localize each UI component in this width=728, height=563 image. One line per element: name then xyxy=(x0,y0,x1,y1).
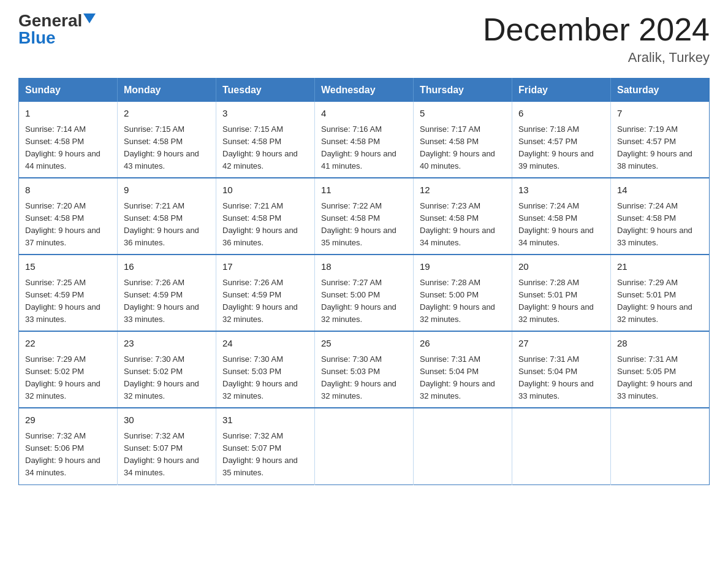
day-info: Sunrise: 7:30 AMSunset: 5:02 PMDaylight:… xyxy=(124,353,210,403)
table-row: 18Sunrise: 7:27 AMSunset: 5:00 PMDayligh… xyxy=(315,255,414,331)
day-number: 3 xyxy=(222,107,308,121)
day-number: 27 xyxy=(518,337,604,351)
day-info: Sunrise: 7:31 AMSunset: 5:04 PMDaylight:… xyxy=(420,353,506,403)
calendar-title: December 2024 xyxy=(483,12,710,47)
calendar-week-row: 15Sunrise: 7:25 AMSunset: 4:59 PMDayligh… xyxy=(19,255,710,331)
day-info: Sunrise: 7:24 AMSunset: 4:58 PMDaylight:… xyxy=(617,200,703,250)
table-row: 8Sunrise: 7:20 AMSunset: 4:58 PMDaylight… xyxy=(19,178,118,255)
table-row: 23Sunrise: 7:30 AMSunset: 5:02 PMDayligh… xyxy=(118,331,216,408)
day-number: 5 xyxy=(420,107,506,121)
header-friday: Friday xyxy=(512,79,611,102)
day-number: 9 xyxy=(124,183,210,197)
table-row: 29Sunrise: 7:32 AMSunset: 5:06 PMDayligh… xyxy=(19,408,118,484)
day-info: Sunrise: 7:21 AMSunset: 4:58 PMDaylight:… xyxy=(124,200,210,250)
table-row: 30Sunrise: 7:32 AMSunset: 5:07 PMDayligh… xyxy=(118,408,216,484)
day-number: 17 xyxy=(222,260,308,274)
table-row: 3Sunrise: 7:15 AMSunset: 4:58 PMDaylight… xyxy=(216,102,315,178)
table-row: 26Sunrise: 7:31 AMSunset: 5:04 PMDayligh… xyxy=(414,331,512,408)
day-number: 23 xyxy=(124,337,210,351)
header-thursday: Thursday xyxy=(414,79,512,102)
day-info: Sunrise: 7:26 AMSunset: 4:59 PMDaylight:… xyxy=(222,277,308,326)
day-info: Sunrise: 7:32 AMSunset: 5:07 PMDaylight:… xyxy=(124,430,210,480)
table-row: 17Sunrise: 7:26 AMSunset: 4:59 PMDayligh… xyxy=(216,255,315,331)
day-number: 29 xyxy=(25,413,111,427)
table-row xyxy=(512,408,611,484)
day-number: 21 xyxy=(617,260,703,274)
day-number: 6 xyxy=(518,107,604,121)
day-number: 22 xyxy=(25,337,111,351)
table-row: 19Sunrise: 7:28 AMSunset: 5:00 PMDayligh… xyxy=(414,255,512,331)
day-number: 28 xyxy=(617,337,703,351)
day-info: Sunrise: 7:17 AMSunset: 4:58 PMDaylight:… xyxy=(420,123,506,173)
header-monday: Monday xyxy=(118,79,216,102)
day-number: 8 xyxy=(25,183,111,197)
logo-blue-text: Blue xyxy=(18,29,56,47)
day-info: Sunrise: 7:22 AMSunset: 4:58 PMDaylight:… xyxy=(321,200,407,250)
calendar-subtitle: Aralik, Turkey xyxy=(483,50,710,66)
table-row: 24Sunrise: 7:30 AMSunset: 5:03 PMDayligh… xyxy=(216,331,315,408)
day-info: Sunrise: 7:24 AMSunset: 4:58 PMDaylight:… xyxy=(518,200,604,250)
page-header: General Blue December 2024 Aralik, Turke… xyxy=(18,12,710,66)
table-row: 10Sunrise: 7:21 AMSunset: 4:58 PMDayligh… xyxy=(216,178,315,255)
table-row: 2Sunrise: 7:15 AMSunset: 4:58 PMDaylight… xyxy=(118,102,216,178)
table-row: 5Sunrise: 7:17 AMSunset: 4:58 PMDaylight… xyxy=(414,102,512,178)
table-row: 15Sunrise: 7:25 AMSunset: 4:59 PMDayligh… xyxy=(19,255,118,331)
table-row: 11Sunrise: 7:22 AMSunset: 4:58 PMDayligh… xyxy=(315,178,414,255)
day-info: Sunrise: 7:30 AMSunset: 5:03 PMDaylight:… xyxy=(321,353,407,403)
day-number: 31 xyxy=(222,413,308,427)
day-number: 13 xyxy=(518,183,604,197)
day-info: Sunrise: 7:21 AMSunset: 4:58 PMDaylight:… xyxy=(222,200,308,250)
day-number: 2 xyxy=(124,107,210,121)
table-row: 27Sunrise: 7:31 AMSunset: 5:04 PMDayligh… xyxy=(512,331,611,408)
day-info: Sunrise: 7:29 AMSunset: 5:02 PMDaylight:… xyxy=(25,353,111,403)
table-row: 9Sunrise: 7:21 AMSunset: 4:58 PMDaylight… xyxy=(118,178,216,255)
day-info: Sunrise: 7:18 AMSunset: 4:57 PMDaylight:… xyxy=(518,123,604,173)
day-number: 12 xyxy=(420,183,506,197)
table-row: 28Sunrise: 7:31 AMSunset: 5:05 PMDayligh… xyxy=(611,331,710,408)
calendar-week-row: 8Sunrise: 7:20 AMSunset: 4:58 PMDaylight… xyxy=(19,178,710,255)
table-row: 6Sunrise: 7:18 AMSunset: 4:57 PMDaylight… xyxy=(512,102,611,178)
table-row xyxy=(315,408,414,484)
day-info: Sunrise: 7:14 AMSunset: 4:58 PMDaylight:… xyxy=(25,123,111,173)
day-number: 25 xyxy=(321,337,407,351)
day-number: 4 xyxy=(321,107,407,121)
day-number: 15 xyxy=(25,260,111,274)
day-info: Sunrise: 7:32 AMSunset: 5:07 PMDaylight:… xyxy=(222,430,308,480)
table-row: 31Sunrise: 7:32 AMSunset: 5:07 PMDayligh… xyxy=(216,408,315,484)
day-number: 11 xyxy=(321,183,407,197)
day-number: 30 xyxy=(124,413,210,427)
day-number: 20 xyxy=(518,260,604,274)
logo-triangle-icon xyxy=(83,13,96,23)
table-row xyxy=(611,408,710,484)
day-info: Sunrise: 7:26 AMSunset: 4:59 PMDaylight:… xyxy=(124,277,210,326)
header-sunday: Sunday xyxy=(19,79,118,102)
day-number: 16 xyxy=(124,260,210,274)
header-tuesday: Tuesday xyxy=(216,79,315,102)
table-row xyxy=(414,408,512,484)
day-info: Sunrise: 7:19 AMSunset: 4:57 PMDaylight:… xyxy=(617,123,703,173)
day-info: Sunrise: 7:28 AMSunset: 5:00 PMDaylight:… xyxy=(420,277,506,326)
day-info: Sunrise: 7:16 AMSunset: 4:58 PMDaylight:… xyxy=(321,123,407,173)
day-info: Sunrise: 7:25 AMSunset: 4:59 PMDaylight:… xyxy=(25,277,111,326)
logo-general-text: General xyxy=(18,12,82,29)
day-number: 19 xyxy=(420,260,506,274)
day-number: 14 xyxy=(617,183,703,197)
table-row: 13Sunrise: 7:24 AMSunset: 4:58 PMDayligh… xyxy=(512,178,611,255)
table-row: 25Sunrise: 7:30 AMSunset: 5:03 PMDayligh… xyxy=(315,331,414,408)
header-saturday: Saturday xyxy=(611,79,710,102)
day-number: 7 xyxy=(617,107,703,121)
day-number: 26 xyxy=(420,337,506,351)
table-row: 21Sunrise: 7:29 AMSunset: 5:01 PMDayligh… xyxy=(611,255,710,331)
weekday-header-row: Sunday Monday Tuesday Wednesday Thursday… xyxy=(19,79,710,102)
calendar-table: Sunday Monday Tuesday Wednesday Thursday… xyxy=(18,78,710,484)
day-info: Sunrise: 7:23 AMSunset: 4:58 PMDaylight:… xyxy=(420,200,506,250)
day-info: Sunrise: 7:31 AMSunset: 5:04 PMDaylight:… xyxy=(518,353,604,403)
table-row: 4Sunrise: 7:16 AMSunset: 4:58 PMDaylight… xyxy=(315,102,414,178)
day-info: Sunrise: 7:15 AMSunset: 4:58 PMDaylight:… xyxy=(222,123,308,173)
table-row: 14Sunrise: 7:24 AMSunset: 4:58 PMDayligh… xyxy=(611,178,710,255)
title-block: December 2024 Aralik, Turkey xyxy=(483,12,710,66)
calendar-week-row: 22Sunrise: 7:29 AMSunset: 5:02 PMDayligh… xyxy=(19,331,710,408)
day-info: Sunrise: 7:32 AMSunset: 5:06 PMDaylight:… xyxy=(25,430,111,480)
day-info: Sunrise: 7:29 AMSunset: 5:01 PMDaylight:… xyxy=(617,277,703,326)
calendar-week-row: 29Sunrise: 7:32 AMSunset: 5:06 PMDayligh… xyxy=(19,408,710,484)
